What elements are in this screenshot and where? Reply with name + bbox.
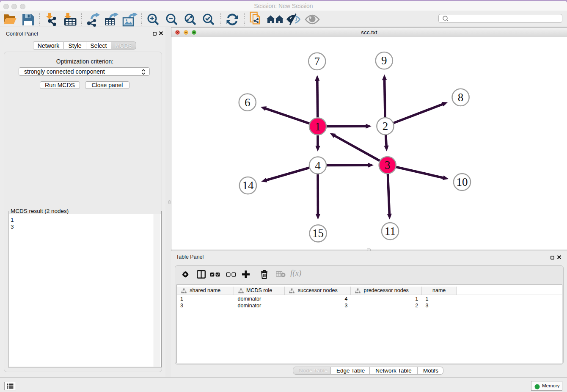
svg-text:10: 10 bbox=[457, 176, 468, 188]
svg-text:15: 15 bbox=[312, 227, 324, 240]
svg-text:9: 9 bbox=[381, 54, 387, 67]
svg-text:2: 2 bbox=[383, 120, 388, 133]
svg-text:14: 14 bbox=[242, 179, 254, 192]
svg-text:6: 6 bbox=[245, 96, 250, 109]
svg-text:7: 7 bbox=[314, 55, 320, 68]
svg-text:3: 3 bbox=[385, 159, 391, 171]
svg-text:1: 1 bbox=[315, 120, 321, 133]
svg-text:8: 8 bbox=[458, 91, 464, 104]
svg-text:4: 4 bbox=[315, 159, 321, 172]
svg-text:11: 11 bbox=[385, 225, 396, 237]
